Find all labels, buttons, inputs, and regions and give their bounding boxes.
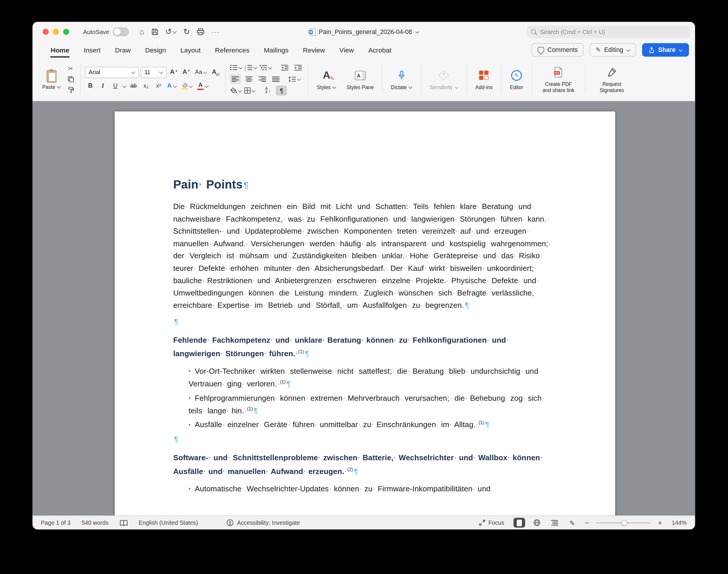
zoom-out-button[interactable]: − (584, 519, 590, 526)
minimize-window-button[interactable] (53, 29, 59, 35)
print-layout-view-button[interactable] (513, 518, 525, 527)
sort-button[interactable]: AZ↓ (263, 85, 274, 95)
zoom-slider-thumb[interactable] (621, 520, 627, 526)
doc-block-bullet[interactable]: •Ausfälle· einzelner· Geräte· führen· un… (173, 419, 555, 431)
align-left-button[interactable] (230, 74, 241, 84)
tab-design[interactable]: Design (144, 43, 167, 56)
dictate-button[interactable]: Dictate (387, 68, 417, 90)
tab-mailings[interactable]: Mailings (263, 43, 289, 56)
text-effects-button[interactable]: A (166, 81, 178, 91)
editor-button[interactable]: ✎ Editor (506, 68, 527, 90)
align-right-button[interactable] (257, 74, 268, 84)
doc-block-heading[interactable]: Fehlende· Fachkompetenz· und· unklare· B… (173, 333, 555, 361)
doc-block-body[interactable]: Die· Rückmeldungen· zeichnen· ein· Bild·… (173, 200, 555, 311)
undo-dropdown-chevron[interactable] (173, 30, 176, 33)
focus-button[interactable]: Focus (479, 520, 504, 526)
doc-block-heading[interactable]: Software-· und· Schnittstellenprobleme· … (173, 451, 555, 478)
save-button[interactable] (151, 29, 158, 36)
doc-block-bullet[interactable]: •Automatische· Wechselrichter-Updates· k… (173, 483, 555, 495)
share-button[interactable]: Share (642, 43, 689, 56)
formatting-space-dot: · (487, 336, 490, 344)
subscript-button[interactable]: x₂ (141, 81, 151, 91)
formatting-space-dot: · (266, 467, 269, 476)
grow-font-button[interactable]: A▲ (169, 67, 179, 77)
document-page[interactable]: Pain· Points¶Die· Rückmeldungen· zeichne… (115, 111, 615, 516)
italic-button[interactable]: I (98, 81, 108, 91)
bullet-list-button[interactable] (230, 62, 243, 72)
web-layout-view-button[interactable] (531, 518, 543, 527)
request-signatures-button[interactable]: Request Signatures (590, 65, 634, 93)
font-color-button[interactable]: A (196, 81, 210, 91)
justify-button[interactable] (270, 74, 281, 84)
underline-button[interactable]: U (110, 81, 121, 91)
editing-mode-button[interactable]: ✎ Editing (590, 43, 636, 56)
accessibility-status[interactable]: Accessibility: Investigate (227, 519, 300, 526)
styles-pane-button[interactable]: A Styles Pane (342, 68, 378, 90)
pilcrow-mark: ¶ (485, 420, 489, 429)
more-commands-button[interactable]: ··· (211, 29, 219, 35)
doc-block-empty[interactable]: ¶ (173, 316, 555, 328)
sensitivity-button[interactable]: Sensitivity (425, 68, 462, 90)
shrink-font-button[interactable]: A▼ (181, 67, 192, 77)
tab-insert[interactable]: Insert (83, 43, 101, 56)
increase-indent-button[interactable] (293, 62, 304, 72)
doc-block-bullet[interactable]: •Fehlprogrammierungen· können· extremen·… (173, 392, 555, 417)
tab-home[interactable]: Home (50, 43, 70, 56)
draw-view-button[interactable]: ✎ (566, 518, 578, 527)
search-input[interactable]: Search (Cmd + Ctrl + U) (527, 26, 690, 38)
document-canvas[interactable]: Pain· Points¶Die· Rückmeldungen· zeichne… (33, 101, 695, 516)
numbered-list-button[interactable]: 123 (245, 62, 257, 72)
doc-block-bullet[interactable]: •Vor-Ort-Techniker· wirkten· stellenweis… (173, 365, 555, 390)
font-name-select[interactable]: Arial (85, 67, 139, 78)
line-spacing-button[interactable] (288, 74, 301, 84)
format-painter-button[interactable] (65, 85, 76, 94)
language-indicator[interactable]: English (United States) (139, 520, 198, 526)
page-indicator[interactable]: Page 1 of 3 (41, 520, 70, 526)
undo-button[interactable]: ↺ (165, 28, 176, 36)
doc-block-title[interactable]: Pain· Points¶ (173, 176, 555, 193)
align-center-button[interactable] (244, 74, 255, 84)
cut-button[interactable]: ✂ (65, 63, 76, 73)
proofing-status-button[interactable] (120, 520, 127, 526)
document-title-menu[interactable]: W Pain_Points_general_2026-04-08 (309, 28, 419, 36)
decrease-indent-button[interactable] (279, 62, 291, 72)
highlight-color-button[interactable] (180, 81, 194, 91)
tab-review[interactable]: Review (302, 43, 325, 56)
redo-button[interactable]: ↻ (183, 28, 190, 36)
paste-button[interactable]: Paste (40, 69, 63, 89)
fullscreen-window-button[interactable] (63, 29, 69, 35)
autosave-toggle[interactable] (113, 27, 129, 36)
multilevel-list-button[interactable] (260, 62, 272, 72)
show-formatting-marks-button[interactable]: ¶ (276, 85, 287, 95)
superscript-button[interactable]: x² (153, 81, 164, 91)
underline-chevron[interactable] (123, 84, 126, 88)
create-pdf-button[interactable]: PDF Create PDF and share link (536, 65, 581, 93)
tab-view[interactable]: View (339, 43, 354, 56)
home-button[interactable]: ⌂ (139, 28, 144, 36)
bold-button[interactable]: B (85, 81, 95, 91)
tab-references[interactable]: References (215, 43, 250, 56)
zoom-in-button[interactable]: + (657, 519, 663, 526)
word-count[interactable]: 540 words (82, 520, 109, 526)
close-window-button[interactable] (43, 29, 49, 35)
doc-block-empty[interactable]: ¶ (173, 433, 555, 445)
outline-view-button[interactable] (549, 518, 561, 527)
clear-formatting-button[interactable]: A (210, 67, 221, 77)
font-size-select[interactable]: 11 (141, 67, 167, 78)
print-button[interactable] (197, 29, 204, 36)
change-case-button[interactable]: Aa (194, 67, 209, 77)
document-content[interactable]: Pain· Points¶Die· Rückmeldungen· zeichne… (115, 111, 615, 495)
borders-button[interactable] (245, 85, 256, 95)
comments-button[interactable]: Comments (532, 43, 584, 56)
formatting-space-dot: · (359, 288, 362, 297)
styles-button[interactable]: A✎ Styles (313, 68, 341, 90)
zoom-slider[interactable] (596, 520, 651, 526)
tab-acrobat[interactable]: Acrobat (368, 43, 392, 56)
zoom-percentage[interactable]: 144% (669, 520, 687, 526)
strikethrough-button[interactable]: ab (128, 81, 139, 91)
tab-layout[interactable]: Layout (180, 43, 201, 56)
tab-draw[interactable]: Draw (115, 43, 131, 56)
shading-button[interactable] (230, 85, 242, 95)
copy-button[interactable] (65, 74, 76, 84)
add-ins-button[interactable]: Add-ins (471, 68, 497, 90)
